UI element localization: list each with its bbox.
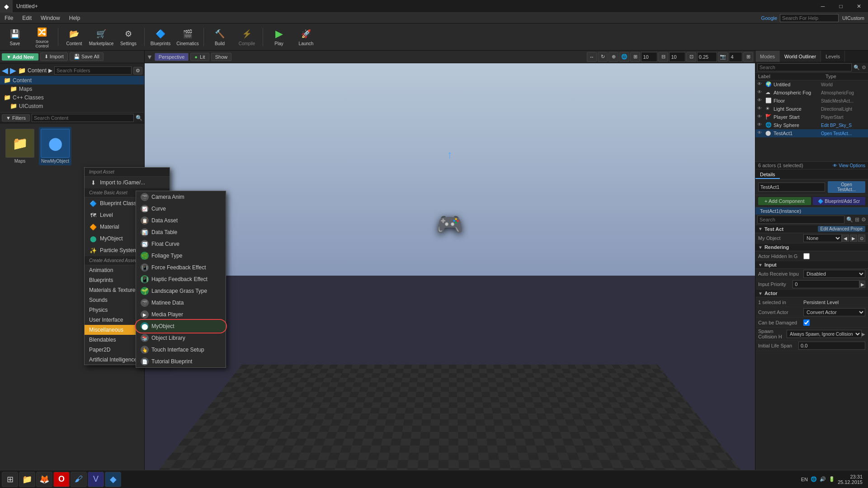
- world-local-icon[interactable]: 🌐: [619, 52, 629, 62]
- paint-button[interactable]: 🖌: [71, 472, 87, 487]
- blueprints-button[interactable]: 🔷 Blueprints: [147, 25, 174, 49]
- surface-snapping-icon[interactable]: ⊞: [630, 52, 640, 62]
- outliner-row-light[interactable]: 👁 ☀ Light Source DirectionalLight: [755, 105, 868, 113]
- view-options-btn[interactable]: 👁 View Options: [833, 163, 865, 168]
- ctx-import-to-game[interactable]: ⬇ Import to /Game/...: [85, 177, 170, 188]
- filters-button[interactable]: ▼ Filters: [2, 114, 30, 122]
- lit-button[interactable]: ● Lit: [190, 53, 209, 61]
- close-button[interactable]: ✕: [850, 0, 868, 13]
- start-button[interactable]: ⊞: [2, 472, 18, 487]
- source-control-button[interactable]: 🔀 Source Control: [29, 25, 55, 49]
- save-button[interactable]: 💾 Save: [2, 25, 28, 49]
- minimize-button[interactable]: ─: [814, 0, 832, 13]
- outliner-row-testact1[interactable]: 👁 ⬤ TestAct1 Open TestAct...: [755, 129, 868, 137]
- component-item-testact1[interactable]: TestAct1(Instance): [755, 207, 868, 215]
- sub-myobject[interactable]: ⬤ MyObject: [136, 320, 226, 332]
- scale-icon[interactable]: ⊕: [609, 52, 618, 62]
- sub-data-asset[interactable]: 📋 Data Asset: [136, 215, 226, 226]
- save-all-button[interactable]: 💾 Save All: [70, 52, 104, 61]
- ue4-button[interactable]: ◆: [105, 472, 121, 487]
- outliner-row-atm-fog[interactable]: 👁 ☁ Atmospheric Fog AtmosphericFog: [755, 89, 868, 97]
- details-settings-icon[interactable]: ⚙: [861, 216, 866, 223]
- sub-landscape-grass[interactable]: 🌱 Landscape Grass Type: [136, 285, 226, 297]
- sub-media-player[interactable]: ▶ Media Player: [136, 309, 226, 320]
- outliner-row-floor[interactable]: 👁 ⬜ Floor StaticMeshAct...: [755, 97, 868, 105]
- browser-button[interactable]: 🦊: [36, 472, 52, 487]
- menu-window[interactable]: Window: [36, 13, 65, 23]
- outliner-type-testact[interactable]: Open TestAct...: [821, 131, 866, 136]
- outliner-type-sky[interactable]: Edit BP_Sky_S: [821, 123, 866, 128]
- sub-force-feedback[interactable]: 📳 Force Feedback Effect: [136, 262, 226, 273]
- marketplace-button[interactable]: 🛒 Marketplace: [88, 25, 114, 49]
- tab-modes[interactable]: Modes: [755, 51, 780, 62]
- sub-camera-anim[interactable]: 🎬 Camera Anim: [136, 191, 226, 203]
- input-priority-icon[interactable]: ▶: [859, 281, 865, 288]
- tree-item-cpp[interactable]: 📁 C++ Classes: [0, 93, 144, 102]
- section-input[interactable]: ▼ Input: [755, 261, 868, 269]
- rotate-icon[interactable]: ↻: [598, 52, 608, 62]
- rotation-snap-input[interactable]: [669, 52, 685, 62]
- tree-item-maps[interactable]: 📁 Maps: [0, 84, 144, 93]
- tree-item-uicustom[interactable]: 📁 UICustom: [0, 102, 144, 110]
- launch-button[interactable]: 🚀 Launch: [293, 25, 319, 49]
- details-search-input[interactable]: [757, 216, 844, 224]
- actor-name-input[interactable]: [758, 183, 825, 192]
- folder-search-input[interactable]: [54, 66, 132, 75]
- initial-life-span-input[interactable]: [798, 342, 865, 350]
- viewport-arrow-icon[interactable]: ▼: [146, 53, 153, 61]
- tab-details[interactable]: Details: [755, 169, 780, 179]
- content-button[interactable]: 📂 Content: [61, 25, 87, 49]
- sub-touch-interface[interactable]: 👆 Touch Interface Setup: [136, 344, 226, 356]
- section-actor[interactable]: ▼ Actor: [755, 290, 868, 297]
- tab-world-outliner[interactable]: World Outliner: [780, 51, 821, 62]
- can-be-damaged-checkbox[interactable]: [803, 319, 810, 326]
- outliner-row-player-start[interactable]: 👁 🚩 Player Start PlayerStart: [755, 113, 868, 121]
- add-component-button[interactable]: + Add Component: [758, 197, 811, 205]
- section-test-act[interactable]: ▼ Test Act Edit Advanced Prope: [755, 225, 868, 233]
- content-search-input[interactable]: [32, 114, 134, 122]
- outliner-row-untitled[interactable]: 👁 🌍 Untitled World: [755, 80, 868, 89]
- spawn-collision-select[interactable]: Always Spawn, Ignore Collision: [787, 330, 862, 338]
- show-button[interactable]: Show: [211, 53, 232, 61]
- compile-button[interactable]: ⚡ Compile: [234, 25, 260, 49]
- camera-speed-input[interactable]: [729, 52, 742, 62]
- sub-float-curve[interactable]: 📉 Float Curve: [136, 238, 226, 250]
- input-priority-input[interactable]: [793, 280, 859, 288]
- outliner-search-input[interactable]: [757, 63, 852, 71]
- maximize-viewport-icon[interactable]: ⊞: [743, 52, 753, 62]
- convert-actor-select[interactable]: Convert Actor: [803, 308, 865, 316]
- vs-button[interactable]: V: [88, 472, 104, 487]
- opera-button[interactable]: O: [53, 472, 70, 487]
- actor-hidden-checkbox[interactable]: [803, 253, 810, 259]
- help-search-input[interactable]: [780, 14, 839, 22]
- menu-edit[interactable]: Edit: [18, 13, 36, 23]
- folder-button[interactable]: 📁: [19, 472, 35, 487]
- tree-item-content[interactable]: 📁 Content: [0, 76, 144, 84]
- folder-options-button[interactable]: ⚙: [133, 67, 142, 75]
- back-icon[interactable]: ◀: [2, 66, 8, 75]
- outliner-row-sky[interactable]: 👁 🌐 Sky Sphere Edit BP_Sky_S: [755, 121, 868, 129]
- my-object-zoom-icon[interactable]: ⊙: [858, 235, 865, 242]
- cinematics-button[interactable]: 🎬 Cinematics: [175, 25, 201, 49]
- perspective-button[interactable]: Perspective: [155, 53, 189, 61]
- camera-speed-icon[interactable]: 📷: [718, 52, 728, 62]
- outliner-view-options[interactable]: ⚙: [862, 65, 866, 70]
- sub-foliage-type[interactable]: 🌿 Foliage Type: [136, 250, 226, 262]
- open-testact-button[interactable]: Open TestAct...: [828, 181, 865, 193]
- sub-matinee-data[interactable]: 🎬 Matinee Data: [136, 297, 226, 309]
- grid-snap-icon[interactable]: ⊟: [658, 52, 668, 62]
- import-button[interactable]: ⬇ Import: [40, 52, 68, 61]
- my-object-back-icon[interactable]: ◀: [842, 235, 849, 242]
- sub-tutorial-blueprint[interactable]: 📄 Tutorial Blueprint: [136, 356, 226, 367]
- tab-levels[interactable]: Levels: [821, 51, 845, 62]
- maximize-button[interactable]: □: [832, 0, 850, 13]
- sub-haptic-feedback[interactable]: 📳 Haptic Feedback Effect: [136, 273, 226, 285]
- asset-item-newmyobject[interactable]: ⬤ NewMyObject: [39, 127, 71, 165]
- menu-file[interactable]: File: [0, 13, 18, 23]
- sub-curve[interactable]: 📈 Curve: [136, 203, 226, 215]
- translate-icon[interactable]: ↔: [587, 52, 597, 62]
- forward-icon[interactable]: ▶: [10, 66, 16, 75]
- sub-data-table[interactable]: 📊 Data Table: [136, 226, 226, 238]
- details-view-toggle[interactable]: ⊞: [855, 216, 859, 223]
- my-object-select[interactable]: None: [803, 234, 842, 242]
